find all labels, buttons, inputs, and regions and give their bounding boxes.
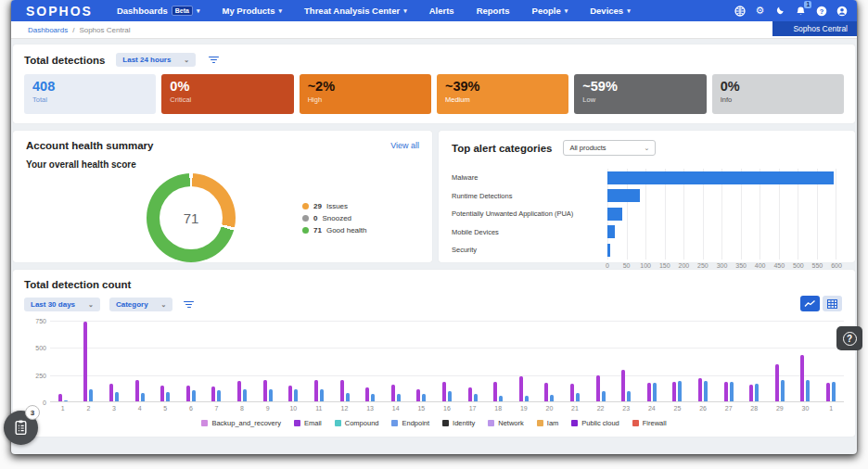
app-window: SOPHOS DashboardsBeta▾My Products▾Threat…	[11, 0, 857, 454]
legend-swatch-icon	[571, 420, 578, 426]
group-by-select[interactable]: Category ⌄	[109, 298, 173, 311]
bar-endpoint	[499, 396, 503, 401]
x-axis-tick: 600	[831, 262, 842, 269]
chevron-down-icon: ▾	[197, 7, 200, 15]
nav-item-label: My Products	[223, 6, 275, 16]
x-axis-label: 9	[255, 405, 281, 412]
x-axis-label: 25	[665, 405, 691, 412]
bar-endpoint	[627, 391, 631, 401]
nav-item-people[interactable]: People▾	[532, 6, 568, 16]
nav-item-devices[interactable]: Devices▾	[590, 6, 630, 16]
bar-endpoint	[166, 392, 170, 401]
help-icon[interactable]: ?	[815, 5, 827, 17]
nav-item-dashboards[interactable]: DashboardsBeta▾	[117, 6, 200, 16]
severity-value: ~59%	[582, 79, 697, 95]
notifications-bell-icon[interactable]: 1	[795, 5, 807, 17]
x-axis-label: 19	[511, 405, 537, 412]
bar-group	[178, 321, 204, 401]
nav-item-my-products[interactable]: My Products▾	[223, 6, 283, 16]
y-axis-tick: 500	[35, 345, 46, 351]
x-axis-label: 6	[178, 405, 204, 412]
alert-category-row: Malware	[452, 169, 842, 187]
bar-endpoint	[653, 383, 657, 401]
legend-swatch-icon	[294, 420, 300, 426]
chart-view-button[interactable]	[800, 296, 820, 311]
bar-group	[588, 321, 614, 401]
sophos-logo[interactable]: SOPHOS	[26, 4, 93, 19]
bar-endpoint	[64, 400, 68, 401]
severity-label: Medium	[445, 95, 560, 104]
x-axis-label: 30	[793, 405, 819, 412]
bar-endpoint	[141, 393, 145, 401]
bar-group	[383, 321, 409, 401]
bar-email	[186, 386, 190, 401]
alert-category-row: Potentially Unwanted Application (PUA)	[452, 205, 842, 223]
product-filter-select[interactable]: All products ⌄	[563, 140, 656, 156]
help-fab-button[interactable]: ?	[836, 326, 862, 350]
legend-label: Backup_and_recovery	[211, 419, 281, 427]
bar-endpoint	[371, 394, 375, 401]
x-axis-label: 1	[50, 405, 76, 412]
severity-card-critical: 0%Critical	[161, 74, 293, 114]
time-range-select[interactable]: Last 24 hours ⌄	[116, 53, 196, 67]
bar-email	[135, 380, 139, 401]
bar-email	[416, 389, 420, 401]
alert-category-bar	[607, 244, 610, 257]
bar-group	[690, 321, 716, 401]
sync-globe-icon[interactable]	[734, 5, 746, 17]
bar-group	[767, 321, 793, 401]
legend-label: Issues	[326, 202, 348, 210]
filter-icon[interactable]	[207, 55, 221, 66]
nav-item-threat-analysis-center[interactable]: Threat Analysis Center▾	[304, 6, 407, 16]
x-axis-label: 1	[818, 405, 844, 412]
x-axis-label: 5	[152, 405, 178, 412]
account-icon[interactable]	[836, 5, 848, 17]
bar-email	[237, 381, 241, 401]
health-score-subtitle: Your overall health score	[26, 159, 419, 170]
nav-item-alerts[interactable]: Alerts	[429, 6, 454, 16]
nav-item-label: Devices	[590, 6, 623, 16]
severity-value: 408	[32, 79, 147, 95]
filter-icon[interactable]	[182, 299, 196, 311]
bar-group	[716, 321, 742, 401]
severity-label: High	[308, 95, 423, 104]
nav-item-label: Alerts	[429, 6, 454, 16]
chart-legend: Backup_and_recoveryEmailCompoundEndpoint…	[24, 419, 844, 427]
nav-item-reports[interactable]: Reports	[477, 6, 510, 16]
settings-gear-icon[interactable]: ⚙	[754, 5, 766, 17]
x-axis-tick: 0	[606, 262, 609, 269]
bar-group	[639, 321, 665, 401]
breadcrumb-dashboards-link[interactable]: Dashboards	[28, 26, 68, 34]
breadcrumb-separator: /	[72, 26, 74, 34]
x-axis-tick: 50	[623, 262, 631, 269]
legend-value: 29	[313, 202, 322, 210]
legend-item: Iam	[537, 419, 559, 427]
bar-email	[621, 370, 625, 401]
view-all-link[interactable]: View all	[390, 141, 419, 150]
legend-item: Backup_and_recovery	[201, 419, 281, 427]
x-axis-label: 20	[537, 405, 563, 412]
bar-email	[570, 384, 574, 401]
bar-group	[537, 321, 563, 401]
dark-mode-moon-icon[interactable]	[774, 5, 786, 17]
top-alert-categories-card: Top alert categories All products ⌄ Malw…	[439, 131, 855, 262]
y-axis-tick: 0	[43, 399, 46, 406]
legend-label: Network	[498, 419, 524, 427]
account-health-title: Account health summary	[26, 140, 153, 151]
table-view-button[interactable]	[823, 296, 842, 311]
bar-endpoint	[192, 390, 196, 401]
x-axis-label: 21	[562, 405, 588, 412]
x-axis-label: 28	[741, 405, 767, 412]
legend-swatch-icon	[537, 420, 543, 426]
bar-endpoint	[550, 395, 554, 401]
svg-text:?: ?	[819, 6, 823, 15]
beta-badge: Beta	[172, 6, 193, 16]
legend-value: 71	[313, 226, 322, 234]
days-range-select[interactable]: Last 30 days ⌄	[24, 298, 100, 311]
x-axis-tick: 150	[659, 262, 670, 269]
bar-endpoint	[602, 391, 606, 401]
breadcrumb: Dashboards / Sophos Central	[11, 21, 857, 39]
bar-endpoint	[89, 389, 93, 401]
x-axis-label: 3	[101, 405, 127, 412]
bar-group	[76, 321, 102, 401]
